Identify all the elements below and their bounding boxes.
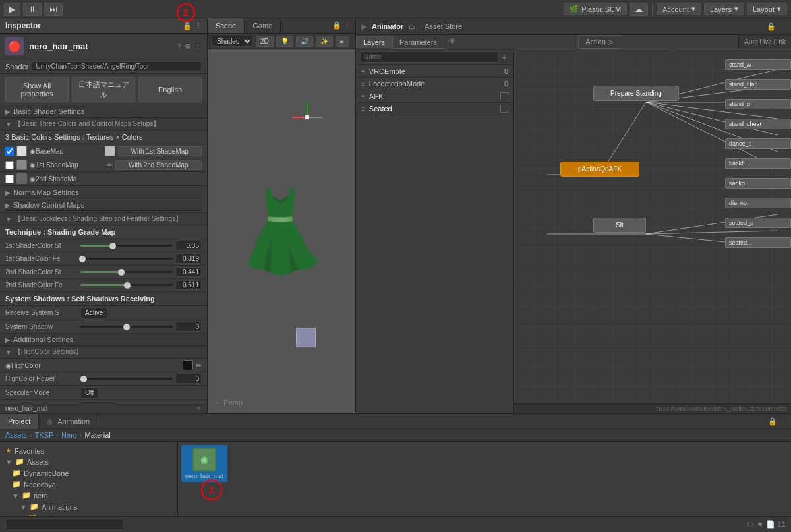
state-seated2[interactable]: seated... <box>725 237 791 248</box>
assets-item[interactable]: ▼ 📁 Assets <box>0 456 177 467</box>
cloud-button[interactable]: ☁ <box>630 3 648 16</box>
proj-icon-3[interactable]: 📄 <box>766 520 775 529</box>
nero-item[interactable]: ▼ 📁 nero <box>0 490 177 501</box>
2d-button[interactable]: 2D <box>256 36 274 47</box>
scene-tab[interactable]: Scene <box>208 18 245 33</box>
proj-icon-1[interactable]: ⭮ <box>747 520 754 529</box>
breadcrumb-nero[interactable]: Nero <box>61 431 77 439</box>
state-stand-p[interactable]: stand_p <box>725 99 791 109</box>
action-tab[interactable]: Action ▷ <box>578 35 620 49</box>
project-tab[interactable]: Project <box>0 414 39 429</box>
dynamicbone-item[interactable]: 📁 DynamicBone <box>0 467 177 479</box>
proj-more-icon[interactable]: ⋮ <box>780 417 787 426</box>
effects-button[interactable]: ✨ <box>316 36 333 47</box>
pause-button[interactable]: ⏸ <box>23 3 42 16</box>
proj-icon-2[interactable]: ★ <box>757 520 763 529</box>
lookdevs-section[interactable]: ▼ 【Basic Lookdevs : Shading Step and Fea… <box>0 213 207 225</box>
state-stand-clap[interactable]: stand_clap <box>725 79 791 90</box>
shaded-dropdown[interactable]: Shaded <box>212 36 253 47</box>
proj-icon-4[interactable]: 11 <box>778 520 786 529</box>
highcolor-swatch[interactable] <box>183 360 193 370</box>
sound-button[interactable]: 🔊 <box>296 36 313 47</box>
gizmos-button[interactable]: ≡ <box>336 36 349 47</box>
state-backflip[interactable]: backfl... <box>725 158 791 169</box>
highcolor-edit-icon[interactable]: ✏ <box>196 361 202 370</box>
animator-more[interactable]: ⋮ <box>778 22 786 31</box>
slider4-track[interactable] <box>80 284 173 286</box>
slider4-thumb[interactable] <box>124 282 131 289</box>
state-stand-w[interactable]: stand_w <box>725 59 791 70</box>
basic-shader-section[interactable]: ▶ Basic Shader Settings <box>0 105 207 118</box>
english-btn[interactable]: English <box>138 77 202 102</box>
breadcrumb-tksp[interactable]: TKSP <box>35 431 54 439</box>
receive-dropdown[interactable]: Active <box>80 307 107 318</box>
action-node[interactable]: pActionQeAFK <box>560 162 639 177</box>
layers-dropdown[interactable]: Layers ▾ <box>704 3 744 15</box>
highcolor-power-thumb[interactable] <box>80 376 87 382</box>
slider2-thumb[interactable] <box>79 256 86 262</box>
state-stand-cheer[interactable]: stand_cheer <box>725 119 791 129</box>
slider1-thumb[interactable] <box>109 243 116 249</box>
step-button[interactable]: ⏭ <box>44 3 63 16</box>
layout-dropdown[interactable]: Layout ▾ <box>747 3 787 15</box>
animator-lock[interactable]: 🔒 <box>767 22 776 31</box>
slider3-track[interactable] <box>80 271 173 273</box>
scene-viewport[interactable]: 👗 ← Persp <box>208 49 355 413</box>
three-colors-section[interactable]: ▼ 【Basic Three Colors and Control Maps S… <box>0 118 207 131</box>
anim-graph[interactable]: Prepare Standing pActionQeAFK Sit stand_… <box>514 49 791 413</box>
help-icon[interactable]: ? <box>177 42 181 51</box>
highcolor-section[interactable]: ▼ 【HighColor Settings】 <box>0 346 207 359</box>
parameters-tab[interactable]: Parameters <box>392 36 444 49</box>
more-icon[interactable]: ⋮ <box>194 42 202 51</box>
afk-checkbox[interactable] <box>500 92 508 100</box>
lock-icon[interactable]: 🔒 <box>183 22 192 30</box>
plastic-scm-button[interactable]: 🌿 Plastic SCM <box>564 3 627 15</box>
additional-section[interactable]: ▶ Additional Settings <box>0 334 207 346</box>
necocoya-item[interactable]: 📁 Necocoya <box>0 479 177 490</box>
with-1st-btn[interactable]: With 1st ShadeMap <box>118 146 202 156</box>
state-die[interactable]: die_no <box>725 198 791 208</box>
shadow-thumb[interactable] <box>123 324 130 330</box>
animation-tab[interactable]: ◎ Animation <box>39 414 98 429</box>
state-sadko[interactable]: sadko <box>725 178 791 189</box>
nero-hair-mat-asset[interactable]: ◉ nero_hair_mat <box>181 445 227 482</box>
add-param-btn[interactable]: + <box>499 52 510 63</box>
animations-item[interactable]: ▼ 📁 Animations <box>0 501 177 512</box>
sit-node[interactable]: Sit <box>593 218 646 233</box>
slider3-thumb[interactable] <box>118 269 125 276</box>
normal-map-header[interactable]: ▶ NormalMap Settings <box>5 187 202 198</box>
play-button[interactable]: ▶ <box>4 3 20 16</box>
lighting-button[interactable]: 💡 <box>276 36 293 47</box>
breadcrumb-assets[interactable]: Assets <box>5 431 27 439</box>
eye-button[interactable]: 👁 <box>444 35 460 49</box>
japanese-btn[interactable]: 日本語マニュアル <box>72 77 135 102</box>
basemap-checkbox[interactable] <box>5 147 14 156</box>
slider1-track[interactable] <box>80 245 173 247</box>
anim-search-input[interactable] <box>360 51 499 63</box>
game-tab[interactable]: Game <box>245 18 281 33</box>
shade2-checkbox[interactable] <box>5 175 14 183</box>
shadow-control-header[interactable]: ▶ Shadow Control Maps <box>5 200 202 211</box>
seated-checkbox[interactable] <box>500 105 508 113</box>
show-all-btn[interactable]: Show All properties <box>5 77 69 102</box>
scene-more-icon[interactable]: ⋮ <box>344 21 351 30</box>
favorites-item[interactable]: ★ Favorites <box>0 445 177 456</box>
shader-value[interactable]: UnityChanToonShader/AngelRing/Toon <box>32 61 202 71</box>
asset-store-tab[interactable]: Asset Store <box>421 21 466 32</box>
state-seated-p[interactable]: seated_p <box>725 218 791 228</box>
highcolor-power-track[interactable] <box>80 378 173 380</box>
project-search[interactable] <box>5 519 124 530</box>
scene-lock-icon[interactable]: 🔒 <box>332 21 341 30</box>
account-dropdown[interactable]: Account ▾ <box>657 3 701 15</box>
shade1-swatch[interactable] <box>16 160 27 170</box>
specular-dropdown[interactable]: Off <box>80 387 98 398</box>
prepare-standing-node[interactable]: Prepare Standing <box>593 86 679 101</box>
shade2-swatch[interactable] <box>16 173 27 184</box>
shadow-track[interactable] <box>80 326 173 328</box>
proj-lock-icon[interactable]: 🔒 <box>768 417 777 426</box>
kebab-icon[interactable]: ⋮ <box>194 22 202 30</box>
settings-icon[interactable]: ⚙ <box>185 42 191 51</box>
with-2nd-btn[interactable]: With 2nd ShadeMap <box>115 160 202 170</box>
state-dance[interactable]: dance_p <box>725 138 791 149</box>
basemap-swatch[interactable] <box>16 146 27 156</box>
